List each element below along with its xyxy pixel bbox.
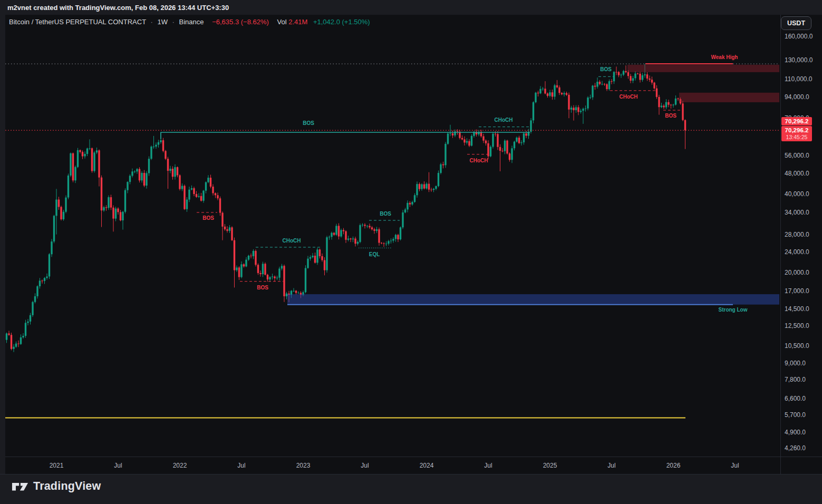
svg-text:Jul: Jul bbox=[607, 462, 615, 469]
svg-text:56,000.0: 56,000.0 bbox=[785, 152, 809, 159]
price-countdown-badge: 70,296.2 13:45:25 bbox=[781, 126, 812, 141]
svg-text:Jul: Jul bbox=[731, 462, 739, 469]
exchange-label: Binance bbox=[179, 18, 204, 26]
currency-toggle-button[interactable]: USDT bbox=[781, 16, 811, 30]
svg-text:34,000.0: 34,000.0 bbox=[785, 209, 809, 216]
logo-text: TradingView bbox=[33, 480, 101, 493]
svg-text:BOS: BOS bbox=[380, 211, 391, 217]
svg-text:Weak High: Weak High bbox=[711, 54, 738, 60]
svg-text:CHoCH: CHoCH bbox=[495, 117, 513, 123]
svg-text:2023: 2023 bbox=[296, 462, 311, 469]
svg-text:4,900.0: 4,900.0 bbox=[785, 429, 806, 436]
svg-text:BOS: BOS bbox=[600, 66, 612, 72]
symbol-legend: Bitcoin / TetherUS PERPETUAL CONTRACT · … bbox=[9, 18, 370, 26]
svg-text:130,000.0: 130,000.0 bbox=[785, 56, 813, 64]
svg-text:10,500.0: 10,500.0 bbox=[785, 342, 809, 350]
svg-text:Jul: Jul bbox=[484, 462, 492, 469]
svg-text:7,800.0: 7,800.0 bbox=[785, 376, 806, 383]
svg-text:CHoCH: CHoCH bbox=[620, 94, 638, 100]
svg-text:40,000.0: 40,000.0 bbox=[785, 190, 809, 198]
chart-canvas[interactable]: Weak HighStrong LowBOSCHoCHBOSCHoCHCHoCH… bbox=[0, 0, 822, 504]
tradingview-mark-icon bbox=[12, 481, 28, 492]
svg-text:24,000.0: 24,000.0 bbox=[785, 248, 809, 256]
price-badge: 70,296.2 bbox=[781, 117, 812, 125]
change-value: −6,635.3 (−8.62%) bbox=[212, 18, 269, 26]
svg-text:CHoCH: CHoCH bbox=[283, 238, 301, 244]
svg-text:94,000.0: 94,000.0 bbox=[785, 93, 809, 101]
separator: · bbox=[150, 18, 152, 26]
volume-label: Vol bbox=[277, 18, 286, 26]
svg-text:BOS: BOS bbox=[257, 285, 268, 290]
svg-text:28,000.0: 28,000.0 bbox=[785, 231, 809, 238]
separator: · bbox=[172, 18, 175, 26]
svg-text:4,260.0: 4,260.0 bbox=[785, 444, 806, 452]
svg-text:2022: 2022 bbox=[173, 462, 187, 469]
interval-label: 1W bbox=[157, 18, 168, 26]
svg-text:CHoCH: CHoCH bbox=[470, 158, 488, 163]
tradingview-snapshot: Weak HighStrong LowBOSCHoCHBOSCHoCHCHoCH… bbox=[0, 0, 822, 504]
svg-text:9,000.0: 9,000.0 bbox=[785, 360, 806, 367]
svg-text:2021: 2021 bbox=[50, 462, 64, 469]
svg-text:Jul: Jul bbox=[237, 462, 245, 469]
badge-price: 70,296.2 bbox=[781, 127, 812, 134]
svg-text:110,000.0: 110,000.0 bbox=[785, 75, 813, 83]
volume-change: +1,042.0 (+1.50%) bbox=[313, 18, 370, 26]
svg-text:12,500.0: 12,500.0 bbox=[785, 322, 809, 329]
svg-text:BOS: BOS bbox=[202, 215, 214, 221]
svg-text:EQL: EQL bbox=[369, 251, 380, 257]
svg-text:14,500.0: 14,500.0 bbox=[785, 305, 809, 313]
volume-value: 2.41M bbox=[288, 18, 307, 26]
tradingview-logo[interactable]: TradingView bbox=[12, 480, 101, 493]
svg-text:2025: 2025 bbox=[543, 462, 557, 469]
svg-text:20,000.0: 20,000.0 bbox=[785, 269, 809, 276]
badge-countdown: 13:45:25 bbox=[781, 134, 812, 140]
svg-text:6,600.0: 6,600.0 bbox=[785, 395, 806, 402]
symbol-title: Bitcoin / TetherUS PERPETUAL CONTRACT bbox=[9, 18, 146, 26]
svg-text:48,000.0: 48,000.0 bbox=[785, 170, 809, 177]
svg-text:Jul: Jul bbox=[361, 462, 369, 469]
svg-text:BOS: BOS bbox=[303, 120, 314, 126]
attribution: m2vnet created with TradingView.com, Feb… bbox=[7, 4, 229, 12]
svg-text:BOS: BOS bbox=[665, 113, 676, 119]
svg-text:160,000.0: 160,000.0 bbox=[785, 33, 813, 40]
svg-text:Strong Low: Strong Low bbox=[719, 307, 748, 313]
svg-text:2026: 2026 bbox=[666, 462, 681, 469]
svg-text:5,700.0: 5,700.0 bbox=[785, 411, 806, 419]
svg-text:Jul: Jul bbox=[114, 462, 122, 469]
svg-text:2024: 2024 bbox=[420, 462, 434, 469]
svg-text:17,000.0: 17,000.0 bbox=[785, 287, 809, 295]
